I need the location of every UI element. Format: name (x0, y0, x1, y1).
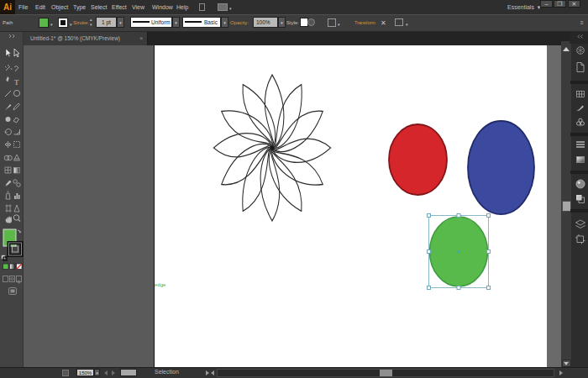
svg-text:edge: edge (155, 282, 166, 287)
